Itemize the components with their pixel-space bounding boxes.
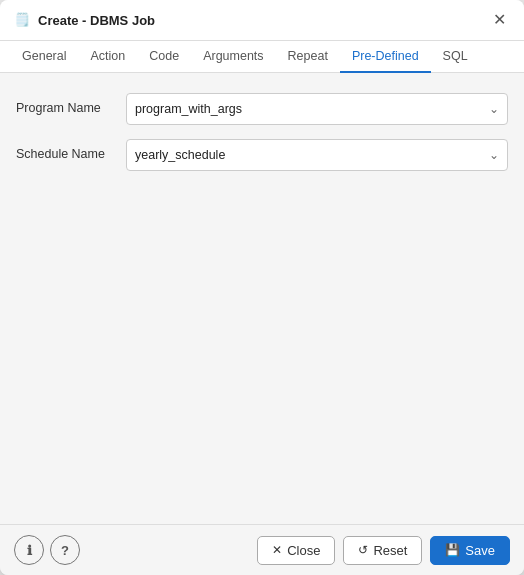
tab-sql[interactable]: SQL	[431, 41, 480, 73]
close-label: Close	[287, 543, 320, 558]
program-name-dropdown[interactable]: program_with_args ⌄	[126, 93, 508, 125]
schedule-name-dropdown[interactable]: yearly_schedule ⌄	[126, 139, 508, 171]
save-button[interactable]: 💾 Save	[430, 536, 510, 565]
dialog: 🗒️ Create - DBMS Job ✕ General Action Co…	[0, 0, 524, 575]
window-close-button[interactable]: ✕	[489, 10, 510, 30]
dialog-title: Create - DBMS Job	[38, 13, 155, 28]
info-button[interactable]: ℹ	[14, 535, 44, 565]
reset-icon: ↺	[358, 543, 368, 557]
schedule-name-row: Schedule Name yearly_schedule ⌄	[16, 139, 508, 171]
schedule-name-chevron-icon: ⌄	[489, 148, 499, 162]
dialog-icon: 🗒️	[14, 12, 30, 28]
title-bar: 🗒️ Create - DBMS Job ✕	[0, 0, 524, 41]
tab-action[interactable]: Action	[78, 41, 137, 73]
program-name-chevron-icon: ⌄	[489, 102, 499, 116]
help-button[interactable]: ?	[50, 535, 80, 565]
tab-code[interactable]: Code	[137, 41, 191, 73]
schedule-name-label: Schedule Name	[16, 146, 126, 164]
save-label: Save	[465, 543, 495, 558]
footer-left: ℹ ?	[14, 535, 80, 565]
tab-repeat[interactable]: Repeat	[276, 41, 340, 73]
program-name-label: Program Name	[16, 100, 126, 118]
save-icon: 💾	[445, 543, 460, 557]
schedule-name-value: yearly_schedule	[135, 148, 225, 162]
title-bar-left: 🗒️ Create - DBMS Job	[14, 12, 155, 28]
tab-bar: General Action Code Arguments Repeat Pre…	[0, 41, 524, 73]
close-icon: ✕	[272, 543, 282, 557]
footer-right: ✕ Close ↺ Reset 💾 Save	[257, 536, 510, 565]
close-button[interactable]: ✕ Close	[257, 536, 335, 565]
reset-button[interactable]: ↺ Reset	[343, 536, 422, 565]
program-name-value: program_with_args	[135, 102, 242, 116]
tab-predefined[interactable]: Pre-Defined	[340, 41, 431, 73]
form-content: Program Name program_with_args ⌄ Schedul…	[0, 73, 524, 524]
tab-arguments[interactable]: Arguments	[191, 41, 275, 73]
tab-general[interactable]: General	[10, 41, 78, 73]
reset-label: Reset	[373, 543, 407, 558]
footer: ℹ ? ✕ Close ↺ Reset 💾 Save	[0, 524, 524, 575]
program-name-row: Program Name program_with_args ⌄	[16, 93, 508, 125]
